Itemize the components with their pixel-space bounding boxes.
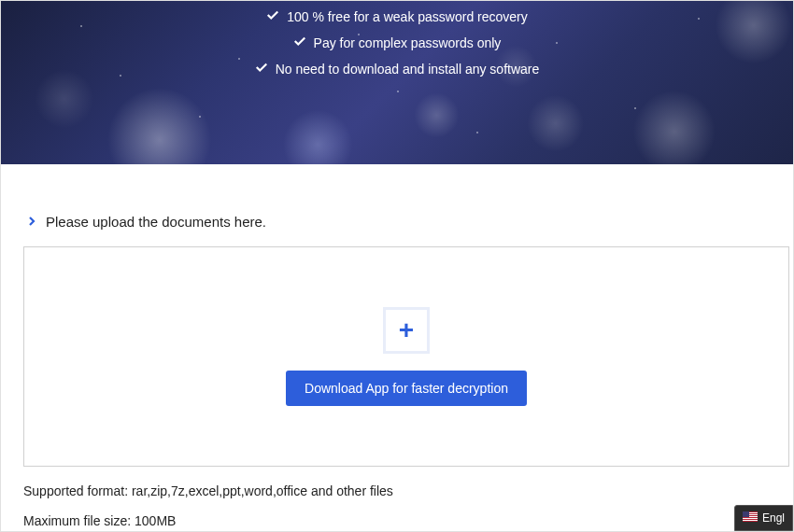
feature-item: Pay for complex passwords only xyxy=(293,35,502,50)
supported-format-text: Supported format: rar,zip,7z,excel,ppt,w… xyxy=(23,483,771,498)
flag-us-icon xyxy=(743,511,758,525)
svg-rect-4 xyxy=(743,518,758,519)
feature-text: No need to download and install any soft… xyxy=(276,62,540,77)
download-app-button[interactable]: Download App for faster decryption xyxy=(286,371,527,406)
feature-text: 100 % free for a weak password recovery xyxy=(287,9,528,24)
feature-item: No need to download and install any soft… xyxy=(255,61,540,77)
check-icon xyxy=(266,8,279,24)
check-icon xyxy=(255,61,268,77)
hero-banner: 100 % free for a weak password recovery … xyxy=(1,1,793,164)
max-filesize-text: Maximum file size: 100MB xyxy=(23,513,771,528)
plus-icon: + xyxy=(399,317,414,343)
language-label: Engl xyxy=(762,511,785,525)
svg-rect-6 xyxy=(743,511,749,517)
check-icon xyxy=(293,35,306,50)
feature-item: 100 % free for a weak password recovery xyxy=(266,8,528,24)
upload-title: Please upload the documents here. xyxy=(46,214,266,230)
feature-list: 100 % free for a weak password recovery … xyxy=(1,1,793,77)
svg-rect-5 xyxy=(743,520,758,521)
main-content: Please upload the documents here. + Down… xyxy=(1,213,793,528)
chevron-right-icon xyxy=(23,213,36,230)
language-selector[interactable]: Engl xyxy=(734,505,793,531)
upload-dropzone[interactable]: + Download App for faster decryption xyxy=(23,246,789,467)
feature-text: Pay for complex passwords only xyxy=(314,35,502,50)
add-file-button[interactable]: + xyxy=(383,307,430,354)
upload-header: Please upload the documents here. xyxy=(23,213,771,230)
